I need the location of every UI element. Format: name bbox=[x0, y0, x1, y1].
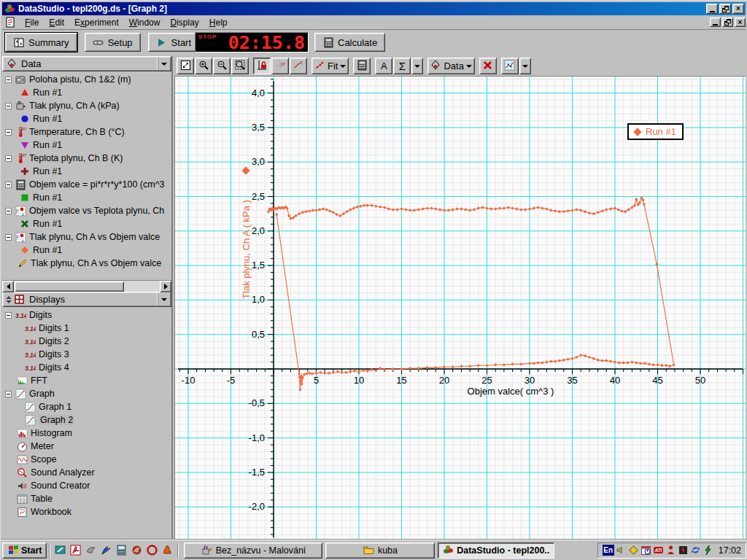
tray-red-agent-icon[interactable] bbox=[665, 545, 677, 556]
scroll-left-arrow[interactable] bbox=[2, 281, 14, 292]
restore-button[interactable] bbox=[719, 4, 731, 14]
document-icon[interactable] bbox=[4, 17, 17, 28]
tree-expand-box[interactable] bbox=[5, 234, 12, 241]
quicklaunch-bird-icon[interactable] bbox=[83, 542, 98, 558]
slope-tool-button[interactable] bbox=[290, 58, 307, 74]
display-type-item[interactable]: Meter bbox=[2, 440, 171, 453]
menu-file[interactable]: File bbox=[20, 16, 44, 29]
summary-button[interactable]: Summary bbox=[5, 33, 77, 52]
tree-expand-box[interactable] bbox=[5, 312, 12, 319]
text-note-button[interactable]: A bbox=[375, 58, 392, 74]
title-bar[interactable]: DataStudio - tepl200g.ds - [Graph 2] × bbox=[2, 2, 746, 15]
setup-button[interactable]: Setup bbox=[85, 33, 141, 52]
task-button-3[interactable]: DataStudio - tepl200... bbox=[438, 542, 554, 559]
tree-expand-box[interactable] bbox=[5, 208, 12, 214]
calculate-button[interactable]: Calculate bbox=[314, 33, 385, 52]
child-restore-button[interactable] bbox=[722, 18, 733, 27]
data-tree-item[interactable]: Poloha pistu, Ch 1&2 (m) bbox=[2, 73, 171, 86]
quicklaunch-acrobat-icon[interactable] bbox=[68, 542, 83, 558]
graph-settings-button[interactable] bbox=[501, 58, 519, 74]
display-item[interactable]: 3.14Digits 3 bbox=[2, 348, 171, 361]
display-type-item[interactable]: FFT bbox=[2, 374, 171, 387]
data-panel-dropdown[interactable] bbox=[158, 58, 170, 70]
close-button[interactable]: × bbox=[732, 4, 744, 14]
child-minimize-button[interactable] bbox=[710, 18, 721, 27]
graph-settings-dropdown-button[interactable] bbox=[519, 58, 531, 74]
run-tree-item[interactable]: Run #1 bbox=[2, 139, 171, 152]
data-tree-hscrollbar[interactable] bbox=[2, 280, 171, 292]
data-panel-header[interactable]: Data bbox=[2, 56, 171, 71]
tree-expand-box[interactable] bbox=[5, 103, 12, 109]
data-tree-item[interactable]: RTDTeplota plynu, Ch B (K) bbox=[2, 152, 171, 165]
tree-expand-box[interactable] bbox=[5, 77, 12, 83]
menu-window[interactable]: Window bbox=[124, 16, 166, 29]
graph-plot-area[interactable]: -10-551015202530354045504,03,53,02,52,01… bbox=[174, 77, 746, 540]
run-tree-item[interactable]: Run #1 bbox=[2, 191, 171, 204]
delete-button[interactable] bbox=[479, 58, 497, 74]
quicklaunch-ink-pen-icon[interactable] bbox=[98, 542, 114, 558]
fit-button[interactable]: Fit bbox=[311, 58, 349, 74]
legend[interactable]: Run #1 bbox=[627, 123, 684, 140]
quicklaunch-calculator-app-icon[interactable] bbox=[114, 542, 129, 558]
task-button-1[interactable]: Bez_názvu - Malování bbox=[184, 542, 322, 559]
run-tree-item[interactable]: Run #1 bbox=[2, 165, 171, 178]
run-tree-item[interactable]: Run #1 bbox=[2, 217, 171, 230]
tray-scheduler-icon[interactable] bbox=[640, 545, 652, 556]
tree-expand-box[interactable] bbox=[5, 129, 12, 136]
data-select-button[interactable]: Data bbox=[427, 58, 474, 74]
displays-panel-header[interactable]: Displays bbox=[2, 292, 171, 307]
tree-expand-box[interactable] bbox=[5, 155, 12, 162]
tray-avg-icon[interactable] bbox=[678, 545, 689, 556]
chart-canvas[interactable]: -10-551015202530354045504,03,53,02,52,01… bbox=[175, 77, 746, 540]
tree-expand-box[interactable] bbox=[5, 182, 12, 188]
display-item[interactable]: Graph 2 bbox=[2, 413, 171, 427]
tray-volume-icon[interactable] bbox=[616, 545, 627, 556]
scroll-right-arrow[interactable] bbox=[160, 281, 171, 292]
tray-yellow-diamond-icon[interactable] bbox=[628, 545, 640, 556]
zoom-in-button[interactable] bbox=[195, 58, 212, 74]
tray-green-bolt-icon[interactable] bbox=[703, 545, 714, 556]
scale-to-fit-button[interactable] bbox=[177, 58, 194, 74]
scroll-thumb[interactable] bbox=[15, 281, 124, 292]
panel-splitter-arrows-icon[interactable] bbox=[6, 296, 12, 303]
task-button-2[interactable]: kuba bbox=[325, 542, 435, 559]
display-type-item[interactable]: Scope bbox=[2, 453, 171, 466]
data-tree-item[interactable]: Tlak plynu, Ch A (kPa) bbox=[2, 99, 171, 112]
smart-tool-button[interactable]: xy bbox=[271, 58, 289, 74]
tree-expand-box[interactable] bbox=[5, 391, 12, 397]
data-tree-item[interactable]: yxObjem valce vs Teplota plynu, Ch bbox=[2, 204, 171, 217]
minimize-button[interactable] bbox=[706, 4, 718, 14]
tray-ati-icon[interactable]: ATi bbox=[653, 545, 665, 556]
quicklaunch-winamp-icon[interactable] bbox=[160, 542, 175, 558]
display-type-item[interactable]: Graph bbox=[2, 387, 171, 400]
data-tree-item[interactable]: Objem valce = pi*r*r*y*100 (cm^3 bbox=[2, 178, 171, 191]
run-tree-item[interactable]: Run #1 bbox=[2, 86, 171, 99]
quicklaunch-opera-icon[interactable] bbox=[144, 542, 160, 558]
display-type-item[interactable]: Sound Creator bbox=[2, 479, 171, 492]
displays-panel-dropdown[interactable] bbox=[158, 293, 170, 306]
statistics-button[interactable]: Σ bbox=[393, 58, 411, 74]
display-type-item[interactable]: Workbook bbox=[2, 505, 171, 518]
statistics-dropdown-button[interactable] bbox=[411, 58, 423, 74]
display-type-item[interactable]: 3.14Digits bbox=[2, 308, 171, 322]
tray-sync-arrows-icon[interactable] bbox=[690, 545, 702, 556]
child-close-button[interactable]: × bbox=[735, 18, 746, 27]
data-tree-item[interactable]: RTDTemperature, Ch B (°C) bbox=[2, 125, 171, 139]
menu-help[interactable]: Help bbox=[204, 16, 233, 29]
display-type-item[interactable]: Histogram bbox=[2, 427, 171, 440]
calculator-button[interactable] bbox=[353, 58, 371, 74]
zoom-select-button[interactable] bbox=[231, 58, 249, 74]
language-indicator[interactable]: En bbox=[603, 545, 614, 556]
display-item[interactable]: Graph 1 bbox=[2, 400, 171, 413]
menu-edit[interactable]: Edit bbox=[44, 16, 69, 29]
menu-display[interactable]: Display bbox=[165, 16, 204, 29]
data-tree-item[interactable]: yxTlak plynu, Ch A vs Objem valce bbox=[2, 230, 171, 244]
display-item[interactable]: 3.14Digits 4 bbox=[2, 361, 171, 374]
start-menu-button[interactable]: Start bbox=[2, 542, 47, 559]
zoom-out-button[interactable] bbox=[213, 58, 231, 74]
display-item[interactable]: 3.14Digits 1 bbox=[2, 322, 171, 335]
display-type-item[interactable]: Table bbox=[2, 492, 171, 505]
lock-axes-button[interactable] bbox=[253, 58, 271, 74]
display-item[interactable]: 3.14Digits 2 bbox=[2, 335, 171, 348]
display-type-item[interactable]: Sound Analyzer bbox=[2, 466, 171, 479]
